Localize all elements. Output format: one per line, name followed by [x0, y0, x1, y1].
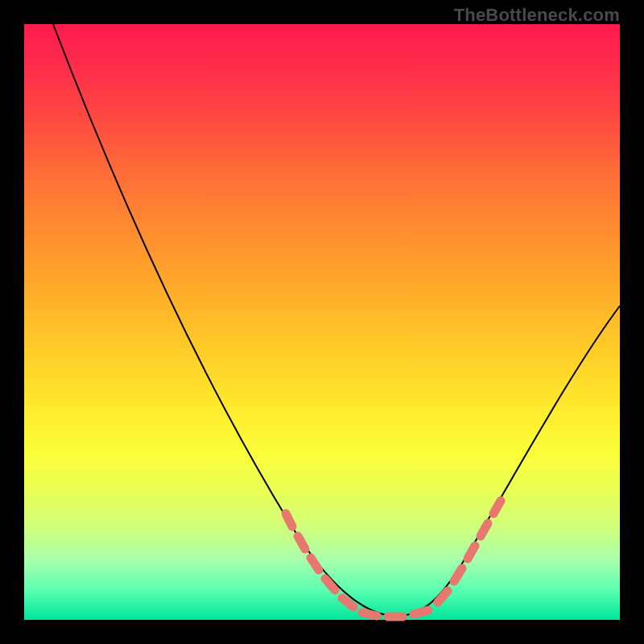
highlight-dashes-left	[286, 514, 353, 607]
highlight-dashes-right	[438, 501, 501, 602]
highlight-dashes-floor	[362, 610, 428, 617]
dash-left-1	[286, 514, 292, 526]
dash-right-2	[454, 568, 462, 581]
chart-frame: TheBottleneck.com	[0, 0, 644, 644]
dash-floor-1	[362, 613, 377, 616]
dash-right-4	[481, 523, 488, 536]
dash-right-1	[438, 591, 448, 602]
dash-right-5	[493, 501, 501, 514]
dash-floor-3	[414, 610, 428, 614]
bottleneck-curve	[53, 24, 620, 616]
watermark-text: TheBottleneck.com	[454, 5, 620, 26]
dash-left-5	[342, 598, 353, 607]
plot-area	[24, 24, 620, 620]
dash-left-3	[311, 558, 319, 570]
curve-svg	[24, 24, 620, 620]
dash-right-3	[468, 546, 475, 559]
dash-left-2	[298, 536, 305, 549]
